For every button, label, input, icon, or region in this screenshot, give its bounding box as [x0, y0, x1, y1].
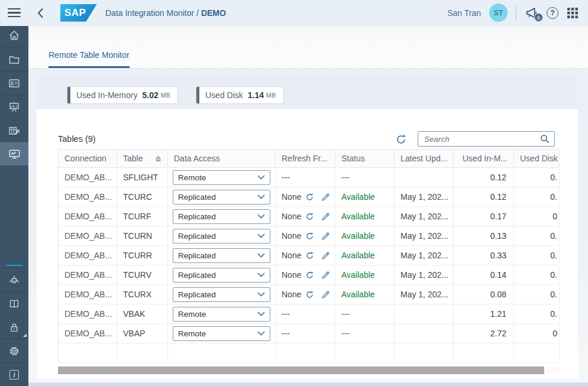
- data-access-value: Remote: [178, 329, 206, 338]
- table-row[interactable]: DEMO_AB... TCURR Replicated None Availab…: [59, 246, 559, 265]
- sidebar-item-home[interactable]: [0, 24, 28, 47]
- cell-latest-update: [395, 168, 454, 187]
- sidebar-item-files[interactable]: [0, 47, 28, 71]
- table-row[interactable]: DEMO_AB... TCURX Replicated None Availab…: [59, 285, 559, 304]
- search-input[interactable]: [418, 135, 540, 144]
- row-refresh-icon[interactable]: [305, 212, 314, 221]
- cell-latest-update: [395, 343, 454, 362]
- chevron-down-icon: [257, 233, 265, 238]
- row-edit-pencil-icon[interactable]: [321, 193, 330, 202]
- table-row[interactable]: DEMO_AB... VBAP Remote --- --- 2.72 0: [59, 324, 559, 343]
- app-grid-icon[interactable]: [567, 7, 579, 19]
- tab-remote-table-monitor[interactable]: Remote Table Monitor: [49, 50, 130, 68]
- cell-status: Available: [335, 207, 395, 226]
- column-header-data-access[interactable]: Data Access: [168, 150, 276, 167]
- data-access-select[interactable]: Replicated: [173, 229, 270, 244]
- row-refresh-icon[interactable]: [305, 251, 314, 260]
- sidebar-item-monitor[interactable]: [0, 142, 28, 166]
- cell-status: ---: [335, 304, 395, 323]
- table-header-row: Connection Table Data Access Refresh Fr.…: [59, 149, 559, 168]
- cell-refresh-frequency: None: [276, 226, 335, 245]
- row-edit-pencil-icon[interactable]: [321, 271, 330, 280]
- sap-logo[interactable]: SAP: [60, 4, 97, 22]
- folder-icon: [8, 54, 20, 66]
- data-access-value: Replicated: [178, 193, 216, 202]
- avatar[interactable]: ST: [489, 4, 508, 22]
- data-access-value: Replicated: [178, 212, 216, 221]
- sidebar-item-repository[interactable]: [0, 291, 28, 315]
- cell-status: Available: [335, 285, 395, 304]
- gear-icon: [8, 345, 20, 357]
- column-header-used-in-memory[interactable]: Used In-M...: [454, 150, 514, 167]
- column-header-latest-update[interactable]: Latest Upd...: [395, 150, 454, 167]
- cell-used-in-memory: 0.14: [454, 265, 514, 284]
- table-row[interactable]: DEMO_AB... SFLIGHT Remote --- --- 0.12 0…: [59, 168, 559, 187]
- user-name: San Tran: [447, 8, 481, 18]
- search-icon[interactable]: [540, 134, 554, 144]
- submenu-indicator: [23, 333, 27, 337]
- menu-icon[interactable]: [0, 0, 28, 26]
- data-access-select[interactable]: Replicated: [173, 190, 270, 205]
- sidebar-item-table-tools[interactable]: [0, 118, 28, 142]
- refresh-table-button[interactable]: [394, 132, 408, 147]
- column-header-refresh-frequency[interactable]: Refresh Fr...: [276, 150, 335, 167]
- row-refresh-icon[interactable]: [305, 193, 314, 202]
- cell-used-in-memory: [454, 343, 514, 362]
- column-header-connection[interactable]: Connection: [59, 150, 117, 167]
- sidebar-item-assistant[interactable]: [0, 268, 28, 291]
- sidebar-item-settings[interactable]: [0, 339, 28, 362]
- sidebar-item-security[interactable]: [0, 315, 28, 339]
- column-header-table[interactable]: Table: [117, 150, 168, 167]
- cell-used-in-memory: 0.33: [454, 246, 514, 265]
- kpi-used-disk[interactable]: Used Disk 1.14 MB: [196, 86, 284, 104]
- cell-used-disk: 0: [514, 324, 560, 343]
- cell-latest-update: [395, 304, 454, 323]
- cell-table: VBAK: [117, 304, 168, 323]
- data-access-select[interactable]: Remote: [173, 170, 270, 185]
- data-access-select[interactable]: Replicated: [173, 209, 270, 224]
- row-edit-pencil-icon[interactable]: [321, 212, 330, 221]
- cell-table: VBAP: [117, 324, 168, 343]
- column-header-status[interactable]: Status: [335, 150, 395, 167]
- horizontal-scrollbar[interactable]: [58, 366, 559, 374]
- table-row[interactable]: DEMO_AB... VBAK Remote --- --- 1.21 0.: [59, 304, 559, 324]
- data-access-select[interactable]: Remote: [173, 307, 270, 322]
- column-header-used-disk[interactable]: Used Disk: [514, 150, 560, 167]
- robot-icon: [8, 274, 20, 286]
- table-row[interactable]: DEMO_AB... TCURF Replicated None Availab…: [59, 207, 559, 226]
- row-edit-pencil-icon[interactable]: [321, 232, 330, 241]
- data-access-select[interactable]: Replicated: [173, 248, 270, 263]
- cell-connection: DEMO_AB...: [59, 285, 117, 304]
- notification-badge: 6: [534, 13, 543, 22]
- help-icon[interactable]: ?: [547, 7, 558, 19]
- sort-ascending-icon: [151, 155, 161, 162]
- sidebar-item-info[interactable]: i: [0, 362, 28, 386]
- cell-data-access: Remote: [168, 168, 276, 187]
- row-edit-pencil-icon[interactable]: [321, 290, 330, 299]
- sidebar-item-presentation[interactable]: [0, 95, 28, 118]
- data-access-select[interactable]: Replicated: [173, 268, 270, 283]
- kpi-used-in-memory[interactable]: Used In-Memory 5.02 MB: [67, 86, 178, 104]
- cell-used-disk: 0.: [514, 265, 560, 284]
- cell-connection: DEMO_AB...: [59, 187, 117, 206]
- notifications-megaphone-icon[interactable]: 6: [525, 6, 538, 20]
- cell-used-disk: 0.: [514, 226, 560, 245]
- cell-used-in-memory: 2.72: [454, 324, 514, 343]
- data-access-select[interactable]: Remote: [173, 326, 270, 341]
- table-row[interactable]: DEMO_AB... TCURN Replicated None Availab…: [59, 226, 559, 246]
- table-row[interactable]: DEMO_AB... TCURV Replicated None Availab…: [59, 265, 559, 285]
- kpi-accent-bar: [67, 87, 70, 103]
- row-edit-pencil-icon[interactable]: [321, 251, 330, 260]
- data-access-select[interactable]: Replicated: [173, 287, 270, 302]
- table-row[interactable]: DEMO_AB... TCURC Replicated None Availab…: [59, 187, 559, 207]
- row-refresh-icon[interactable]: [305, 290, 314, 299]
- cell-data-access: Replicated: [168, 207, 276, 226]
- table-row[interactable]: [59, 343, 559, 363]
- back-icon[interactable]: [37, 8, 44, 18]
- cell-table: TCURR: [117, 246, 168, 265]
- row-refresh-icon[interactable]: [305, 271, 314, 280]
- table-tools-icon: [8, 125, 20, 137]
- scrollbar-thumb[interactable]: [58, 366, 544, 374]
- row-refresh-icon[interactable]: [305, 232, 314, 241]
- sidebar-item-catalog[interactable]: [0, 71, 28, 95]
